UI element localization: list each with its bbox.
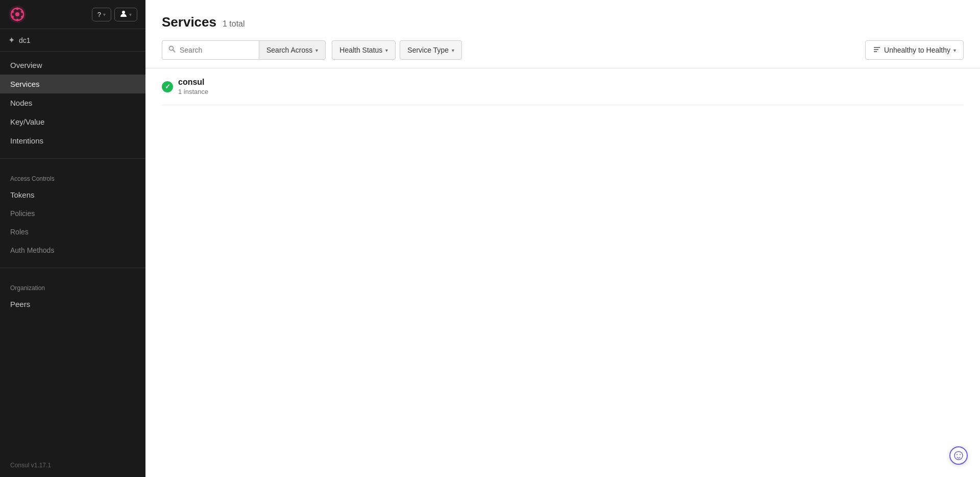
main-content: Services 1 total Search Across ▾ Health … <box>145 0 980 477</box>
organization-label: Organization <box>0 276 145 295</box>
svg-point-10 <box>169 46 174 51</box>
service-list: consul 1 instance <box>145 68 980 105</box>
svg-point-4 <box>21 11 23 13</box>
version-label: Consul v1.17.1 <box>10 462 51 469</box>
svg-point-6 <box>16 19 19 21</box>
svg-point-17 <box>960 454 961 455</box>
search-wrapper <box>162 40 259 60</box>
help-icon: ? <box>97 11 101 18</box>
header-controls: ? ▾ ▾ <box>92 8 137 21</box>
svg-point-9 <box>122 11 125 14</box>
sidebar: ? ▾ ▾ ✦ dc1 Overview Services Nodes Key/… <box>0 0 145 477</box>
page-header: Services 1 total <box>145 0 980 40</box>
svg-point-7 <box>11 16 14 18</box>
service-type-button[interactable]: Service Type ▾ <box>400 40 462 60</box>
help-button[interactable]: ? ▾ <box>92 8 111 21</box>
page-title: Services <box>162 14 216 30</box>
help-widget-icon <box>954 451 963 460</box>
sidebar-footer: Consul v1.17.1 <box>0 454 145 477</box>
service-name: consul <box>178 78 208 87</box>
svg-line-11 <box>173 50 175 52</box>
search-across-button[interactable]: Search Across ▾ <box>259 40 326 60</box>
sidebar-item-auth-methods[interactable]: Auth Methods <box>0 241 145 259</box>
sort-icon <box>873 46 881 55</box>
sidebar-item-services[interactable]: Services <box>0 75 145 93</box>
user-chevron-icon: ▾ <box>129 12 132 17</box>
organization-section: Organization Peers <box>0 272 145 318</box>
search-across-label: Search Across <box>266 46 312 54</box>
sidebar-item-intentions[interactable]: Intentions <box>0 131 145 150</box>
sort-label: Unhealthy to Healthy <box>884 46 950 54</box>
sidebar-item-nodes[interactable]: Nodes <box>0 93 145 112</box>
sidebar-item-policies[interactable]: Policies <box>0 204 145 223</box>
datacenter-section: ✦ dc1 <box>0 29 145 52</box>
sidebar-item-roles[interactable]: Roles <box>0 223 145 241</box>
consul-logo-icon <box>8 5 27 23</box>
primary-nav: Overview Services Nodes Key/Value Intent… <box>0 52 145 154</box>
sidebar-item-overview[interactable]: Overview <box>0 56 145 75</box>
help-widget-button[interactable] <box>949 446 968 465</box>
svg-point-2 <box>15 12 19 16</box>
logo-area <box>8 5 27 23</box>
access-controls-section: Access Controls Tokens Policies Roles Au… <box>0 163 145 264</box>
sort-button[interactable]: Unhealthy to Healthy ▾ <box>865 40 964 60</box>
datacenter-label: dc1 <box>19 36 31 44</box>
user-button[interactable]: ▾ <box>114 8 137 21</box>
health-status-label: Health Status <box>339 46 382 54</box>
search-input[interactable] <box>180 46 246 54</box>
service-info: consul 1 instance <box>178 78 208 96</box>
nav-divider-2 <box>0 268 145 268</box>
health-status-chevron-icon: ▾ <box>385 47 388 53</box>
sort-chevron-icon: ▾ <box>953 47 956 53</box>
search-icon <box>168 45 176 55</box>
sidebar-header: ? ▾ ▾ <box>0 0 145 29</box>
user-icon <box>120 10 127 19</box>
table-row[interactable]: consul 1 instance <box>162 68 964 105</box>
nav-divider <box>0 158 145 159</box>
health-icon <box>162 81 173 92</box>
page-count: 1 total <box>223 19 245 29</box>
service-type-chevron-icon: ▾ <box>452 47 454 53</box>
datacenter-icon: ✦ <box>8 35 15 45</box>
help-chevron-icon: ▾ <box>103 12 106 17</box>
sidebar-item-tokens[interactable]: Tokens <box>0 185 145 204</box>
search-across-chevron-icon: ▾ <box>315 47 318 53</box>
sidebar-item-peers[interactable]: Peers <box>0 295 145 314</box>
svg-point-5 <box>21 16 23 18</box>
health-status-button[interactable]: Health Status ▾ <box>332 40 396 60</box>
access-controls-label: Access Controls <box>0 167 145 185</box>
service-type-label: Service Type <box>407 46 449 54</box>
filter-bar: Search Across ▾ Health Status ▾ Service … <box>145 40 980 68</box>
svg-point-3 <box>16 8 19 10</box>
svg-point-8 <box>11 11 14 13</box>
sidebar-item-keyvalue[interactable]: Key/Value <box>0 112 145 131</box>
service-instances: 1 instance <box>178 88 208 96</box>
svg-point-16 <box>957 454 958 455</box>
